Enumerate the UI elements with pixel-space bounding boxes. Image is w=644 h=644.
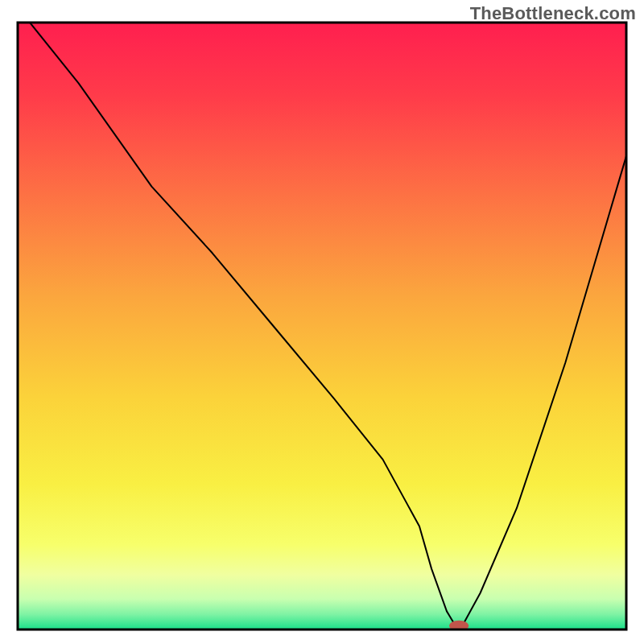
watermark-text: TheBottleneck.com [470, 3, 636, 24]
chart-canvas [0, 0, 644, 644]
gradient-background [18, 23, 626, 630]
bottleneck-chart: TheBottleneck.com [0, 0, 644, 644]
